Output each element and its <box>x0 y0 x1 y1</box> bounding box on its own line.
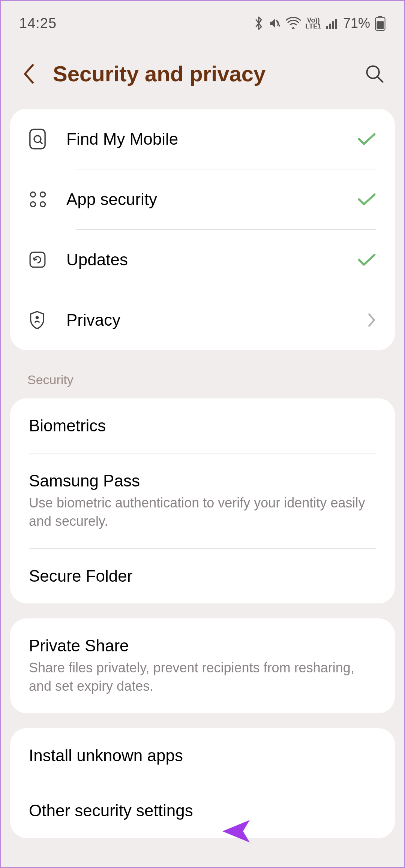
svg-rect-10 <box>30 129 45 149</box>
row-install-unknown-apps[interactable]: Install unknown apps <box>10 728 395 783</box>
row-label: Privacy <box>66 311 354 329</box>
row-title: Other security settings <box>29 801 376 820</box>
row-title: Secure Folder <box>29 567 376 585</box>
status-bar: 14:25 Vo))LTE1 71% <box>1 1 404 39</box>
row-description: Share files privately, prevent recipient… <box>29 659 376 695</box>
bluetooth-icon <box>254 16 264 30</box>
back-button[interactable] <box>20 65 38 83</box>
svg-rect-4 <box>335 19 337 29</box>
row-find-my-mobile[interactable]: Find My Mobile <box>10 109 395 169</box>
battery-icon <box>375 16 386 31</box>
page-title: Security and privacy <box>53 61 349 86</box>
svg-rect-7 <box>377 21 384 29</box>
other-settings-card: Install unknown apps Other security sett… <box>10 728 395 838</box>
header: Security and privacy <box>1 39 404 105</box>
app-security-icon <box>29 190 66 208</box>
section-label-security: Security <box>1 365 404 398</box>
signal-icon <box>326 18 339 29</box>
svg-rect-1 <box>326 26 328 29</box>
svg-point-15 <box>30 202 35 207</box>
battery-percent: 71% <box>343 15 370 31</box>
svg-rect-2 <box>329 24 331 29</box>
check-icon <box>354 132 376 146</box>
row-title: Biometrics <box>29 416 376 435</box>
svg-point-14 <box>40 192 45 197</box>
row-private-share[interactable]: Private Share Share files privately, pre… <box>10 618 395 713</box>
row-updates[interactable]: Updates <box>10 230 395 290</box>
check-icon <box>354 193 376 206</box>
search-button[interactable] <box>364 63 385 84</box>
svg-point-18 <box>36 316 39 319</box>
overview-card: Find My Mobile App security Updates Priv… <box>10 109 395 350</box>
updates-icon <box>29 251 66 268</box>
check-icon <box>354 253 376 266</box>
row-label: App security <box>66 190 354 209</box>
chevron-right-icon <box>354 313 376 328</box>
row-samsung-pass[interactable]: Samsung Pass Use biometric authenticatio… <box>10 453 395 548</box>
row-title: Samsung Pass <box>29 471 376 490</box>
find-my-mobile-icon <box>29 129 66 150</box>
row-description: Use biometric authentication to verify y… <box>29 494 376 530</box>
svg-rect-17 <box>30 252 45 267</box>
row-title: Install unknown apps <box>29 746 376 765</box>
privacy-icon <box>29 310 66 330</box>
svg-point-16 <box>40 202 45 207</box>
svg-line-12 <box>40 142 42 144</box>
row-app-security[interactable]: App security <box>10 169 395 229</box>
status-time: 14:25 <box>19 15 57 31</box>
chevron-left-icon <box>23 64 35 84</box>
search-icon <box>365 64 384 84</box>
row-label: Updates <box>66 250 354 269</box>
svg-rect-3 <box>332 21 334 29</box>
row-label: Find My Mobile <box>66 130 354 148</box>
private-share-card: Private Share Share files privately, pre… <box>10 618 395 713</box>
row-other-security-settings[interactable]: Other security settings <box>10 783 395 838</box>
svg-point-13 <box>30 192 35 197</box>
security-group-card: Biometrics Samsung Pass Use biometric au… <box>10 398 395 603</box>
volte-icon: Vo))LTE1 <box>305 17 321 29</box>
mute-icon <box>268 17 281 30</box>
row-privacy[interactable]: Privacy <box>10 290 395 350</box>
svg-line-9 <box>378 76 383 82</box>
status-right: Vo))LTE1 71% <box>254 15 386 31</box>
row-title: Private Share <box>29 636 376 655</box>
row-secure-folder[interactable]: Secure Folder <box>10 549 395 603</box>
wifi-icon <box>286 17 301 29</box>
row-biometrics[interactable]: Biometrics <box>10 398 395 453</box>
